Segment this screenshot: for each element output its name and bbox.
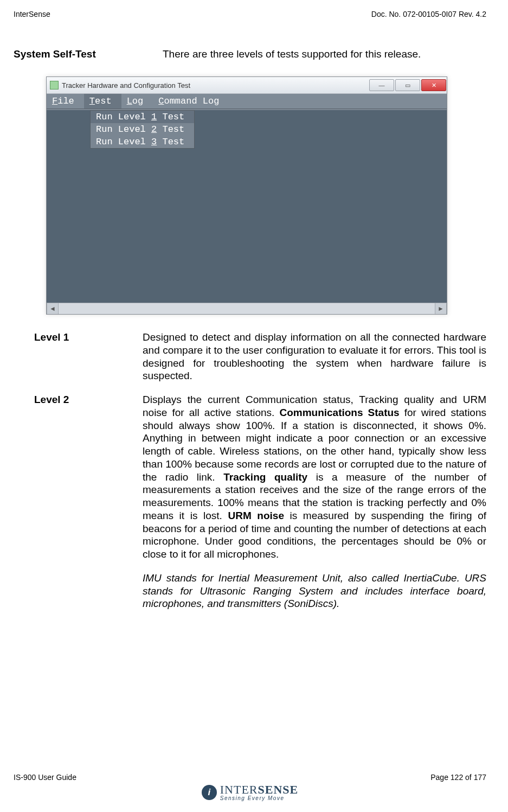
page-header: InterSense Doc. No. 072-00105-0I07 Rev. … <box>14 10 486 18</box>
test-dropdown: Run Level 1 Test Run Level 2 Test Run Le… <box>90 110 195 149</box>
section-title: System Self-Test <box>14 48 163 60</box>
menu-run-level-1[interactable]: Run Level 1 Test <box>91 111 194 123</box>
header-left: InterSense <box>14 10 50 18</box>
window-title: Tracker Hardware and Configuration Test <box>62 81 369 89</box>
section-intro-text: There are three levels of tests supporte… <box>163 48 486 60</box>
level1-block: Level 1 Designed to detect and display i… <box>34 331 486 382</box>
logo: i INTERSENSE Sensing Every Move <box>14 784 486 801</box>
menu-file[interactable]: File <box>47 94 84 108</box>
bold-tracking-quality: Tracking quality <box>223 471 307 483</box>
bold-comm-status: Communications Status <box>279 407 399 418</box>
level1-desc: Designed to detect and display informati… <box>143 331 486 382</box>
header-right: Doc. No. 072-00105-0I07 Rev. 4.2 <box>371 10 486 18</box>
app-icon <box>50 81 59 89</box>
menu-run-level-3[interactable]: Run Level 3 Test <box>91 136 194 148</box>
client-area: Run Level 1 Test Run Level 2 Test Run Le… <box>47 109 447 303</box>
menu-command-log[interactable]: Command Log <box>153 94 229 108</box>
section-heading-row: System Self-Test There are three levels … <box>14 48 486 60</box>
page: InterSense Doc. No. 072-00105-0I07 Rev. … <box>0 0 508 812</box>
horizontal-scrollbar[interactable]: ◄ ► <box>47 303 447 314</box>
bold-urm-noise: URM noise <box>228 510 284 521</box>
close-button[interactable]: ✕ <box>421 79 446 91</box>
menu-log[interactable]: Log <box>121 94 153 108</box>
maximize-button[interactable]: ▭ <box>395 79 420 91</box>
minimize-button[interactable]: — <box>369 79 394 91</box>
menu-run-level-2[interactable]: Run Level 2 Test <box>91 123 194 136</box>
app-window: Tracker Hardware and Configuration Test … <box>46 76 447 315</box>
scroll-left-icon[interactable]: ◄ <box>47 303 59 314</box>
menubar: File Test Log Command Log <box>47 94 447 109</box>
level2-term: Level 2 <box>34 393 143 561</box>
window-buttons: — ▭ ✕ <box>369 79 447 91</box>
app-window-screenshot: Tracker Hardware and Configuration Test … <box>46 76 447 315</box>
logo-text: INTERSENSE Sensing Every Move <box>220 784 298 801</box>
footer-right: Page 122 of 177 <box>430 773 486 782</box>
level2-desc: Displays the current Communication statu… <box>143 393 486 561</box>
menu-test[interactable]: Test <box>84 94 121 108</box>
level2-block: Level 2 Displays the current Communicati… <box>34 393 486 561</box>
level1-term: Level 1 <box>34 331 143 382</box>
logo-mark-icon: i <box>202 785 217 800</box>
definitions-note: IMU stands for Inertial Measurement Unit… <box>143 572 486 610</box>
scroll-right-icon[interactable]: ► <box>435 303 447 314</box>
page-footer: IS-900 User Guide Page 122 of 177 i INTE… <box>14 773 486 801</box>
titlebar: Tracker Hardware and Configuration Test … <box>47 77 447 94</box>
footer-left: IS-900 User Guide <box>14 773 76 782</box>
